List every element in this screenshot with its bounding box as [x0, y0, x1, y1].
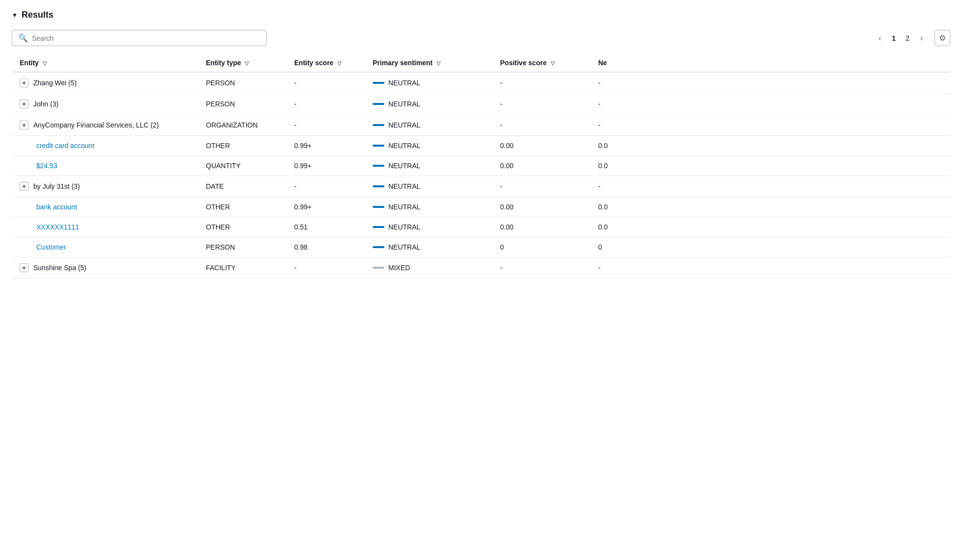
entity-type-cell: DATE [198, 176, 286, 197]
entity-cell: Customer [12, 237, 198, 257]
positive-score-cell: - [492, 176, 590, 197]
primary-sentiment-cell: NEUTRAL [365, 136, 492, 156]
sentiment-label: NEUTRAL [388, 243, 420, 251]
table-row: +AnyCompany Financial Services, LLC (2)O… [12, 115, 950, 136]
col-header-negative-score[interactable]: Ne [590, 54, 950, 72]
entity-type-cell: FACILITY [198, 257, 286, 279]
positive-score-cell: 0.00 [492, 156, 590, 176]
entity-cell: bank account [12, 197, 198, 217]
sort-type-icon: ▽ [245, 60, 249, 67]
positive-score-cell: 0.00 [492, 217, 590, 237]
sentiment-bar-icon [373, 103, 384, 105]
primary-sentiment-cell: NEUTRAL [365, 156, 492, 176]
negative-score-cell: - [590, 94, 950, 115]
entity-name: AnyCompany Financial Services, LLC (2) [33, 121, 159, 129]
search-icon: 🔍 [18, 33, 28, 43]
pagination-controls: ‹ 1 2 › ⚙ [875, 30, 950, 46]
negative-score-cell: - [590, 176, 950, 197]
primary-sentiment-cell: MIXED [365, 257, 492, 279]
expand-button[interactable]: + [20, 100, 28, 108]
entity-score-cell: - [286, 94, 365, 115]
sentiment-bar-icon [373, 145, 384, 147]
sort-score-icon: ▽ [337, 60, 341, 67]
entity-cell: credit card account [12, 136, 198, 156]
table-row: XXXXXX1111OTHER0.51NEUTRAL0.000.0 [12, 217, 950, 237]
entity-score-cell: 0.98 [286, 237, 365, 257]
table-row: +Sunshine Spa (5)FACILITY-MIXED-- [12, 257, 950, 279]
entity-type-cell: ORGANIZATION [198, 115, 286, 136]
primary-sentiment-cell: NEUTRAL [365, 94, 492, 115]
page-2-button[interactable]: 2 [903, 32, 912, 44]
expand-button[interactable]: + [20, 263, 28, 272]
expand-button[interactable]: + [20, 182, 28, 191]
expand-button[interactable]: + [20, 121, 28, 129]
sentiment-label: NEUTRAL [388, 100, 420, 108]
page-1-button[interactable]: 1 [889, 32, 899, 44]
entity-name[interactable]: XXXXXX1111 [36, 223, 79, 231]
expand-button[interactable]: + [20, 78, 28, 87]
collapse-icon[interactable]: ▼ [12, 12, 18, 19]
table-row: CustomerPERSON0.98NEUTRAL00 [12, 237, 950, 257]
search-input[interactable] [32, 34, 260, 42]
sentiment-bar-icon [373, 165, 384, 167]
table-row: +by July 31st (3)DATE-NEUTRAL-- [12, 176, 950, 197]
entity-name: John (3) [33, 100, 58, 108]
entity-type-cell: PERSON [198, 72, 286, 94]
sentiment-bar-icon [373, 246, 384, 248]
col-header-entity[interactable]: Entity ▽ [12, 54, 198, 72]
primary-sentiment-cell: NEUTRAL [365, 176, 492, 197]
entity-name[interactable]: bank account [36, 203, 77, 211]
primary-sentiment-cell: NEUTRAL [365, 237, 492, 257]
sentiment-bar-icon [373, 124, 384, 126]
negative-score-cell: - [590, 72, 950, 94]
sentiment-label: NEUTRAL [388, 182, 420, 190]
negative-score-cell: 0 [590, 237, 950, 257]
entity-name[interactable]: Customer [36, 243, 66, 251]
entity-type-cell: PERSON [198, 94, 286, 115]
entity-score-cell: 0.99+ [286, 136, 365, 156]
sort-positive-icon: ▽ [551, 60, 555, 67]
table-header-row: Entity ▽ Entity type ▽ Entity score ▽ Pr… [12, 54, 950, 72]
entity-cell: +by July 31st (3) [12, 176, 198, 197]
entity-score-cell: 0.99+ [286, 197, 365, 217]
negative-score-cell: - [590, 257, 950, 279]
col-header-primary-sentiment[interactable]: Primary sentiment ▽ [365, 54, 492, 72]
primary-sentiment-cell: NEUTRAL [365, 72, 492, 94]
entity-cell: XXXXXX1111 [12, 217, 198, 237]
settings-button[interactable]: ⚙ [935, 30, 950, 46]
prev-page-button[interactable]: ‹ [875, 32, 885, 45]
next-page-button[interactable]: › [916, 32, 927, 45]
sentiment-bar-icon [373, 185, 384, 187]
entity-score-cell: 0.99+ [286, 156, 365, 176]
negative-score-cell: 0.0 [590, 197, 950, 217]
positive-score-cell: 0.00 [492, 136, 590, 156]
negative-score-cell: 0.0 [590, 136, 950, 156]
sentiment-bar-icon [373, 206, 384, 208]
col-header-positive-score[interactable]: Positive score ▽ [492, 54, 590, 72]
entity-type-cell: OTHER [198, 217, 286, 237]
entity-name[interactable]: credit card account [36, 142, 94, 150]
sentiment-label: NEUTRAL [388, 203, 420, 211]
primary-sentiment-cell: NEUTRAL [365, 115, 492, 136]
entity-score-cell: 0.51 [286, 217, 365, 237]
sentiment-label: NEUTRAL [388, 142, 420, 150]
primary-sentiment-cell: NEUTRAL [365, 217, 492, 237]
entity-cell: +Sunshine Spa (5) [12, 257, 198, 279]
entity-name: by July 31st (3) [33, 182, 80, 190]
entity-type-cell: OTHER [198, 197, 286, 217]
sentiment-bar-icon [373, 267, 384, 269]
negative-score-cell: 0.0 [590, 156, 950, 176]
col-header-entity-score[interactable]: Entity score ▽ [286, 54, 365, 72]
positive-score-cell: - [492, 115, 590, 136]
positive-score-cell: - [492, 257, 590, 279]
entity-score-cell: - [286, 176, 365, 197]
primary-sentiment-cell: NEUTRAL [365, 197, 492, 217]
entity-name[interactable]: $24.53 [36, 162, 57, 170]
results-section-header: ▼ Results [12, 10, 950, 20]
sentiment-label: NEUTRAL [388, 162, 420, 170]
entity-type-cell: OTHER [198, 136, 286, 156]
sentiment-bar-icon [373, 82, 384, 84]
col-header-entity-type[interactable]: Entity type ▽ [198, 54, 286, 72]
entity-score-cell: - [286, 115, 365, 136]
sentiment-label: NEUTRAL [388, 121, 420, 129]
